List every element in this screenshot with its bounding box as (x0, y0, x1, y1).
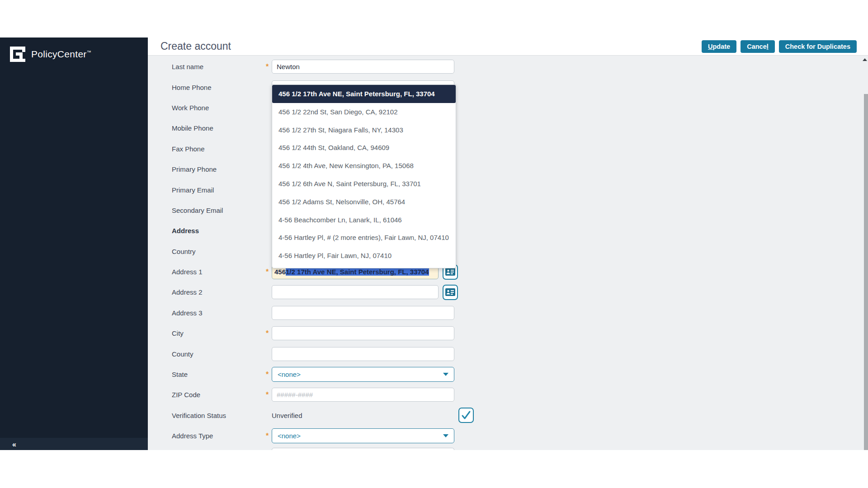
home-phone-label: Home Phone (148, 84, 266, 91)
form-row-county: County (148, 343, 868, 364)
mobile-phone-label: Mobile Phone (148, 124, 266, 132)
address-label: Address (148, 227, 266, 235)
next-field-partial (272, 448, 454, 450)
form-row-address-3: Address 3 (148, 303, 868, 323)
city-required-asterisk: * (266, 329, 272, 338)
address-suggestion[interactable]: 456 1/2 4th Ave, New Kensington, PA, 150… (272, 157, 456, 175)
form-row-home-phone: Home Phone (148, 77, 868, 97)
address-3-field[interactable] (272, 306, 454, 320)
app-window: PolicyCenter™ « Create account UpdateCan… (0, 38, 868, 450)
account-form: Last name*Home PhoneWork PhoneMobile Pho… (148, 56, 868, 446)
trademark: ™ (87, 50, 91, 55)
county-label: County (148, 350, 266, 358)
address-suggestions-dropdown: 456 1/2 17th Ave NE, Saint Petersburg, F… (272, 84, 456, 268)
cancel-button[interactable]: Cancel (741, 40, 775, 53)
city-label: City (148, 329, 266, 337)
form-row-primary-phone: Primary Phone (148, 159, 868, 179)
form-row-city: City* (148, 323, 868, 343)
secondary-email-label: Secondary Email (148, 206, 266, 214)
form-area: Last name*Home PhoneWork PhoneMobile Pho… (148, 56, 868, 450)
update-button[interactable]: Update (702, 40, 736, 53)
address-1-required-asterisk: * (266, 268, 272, 276)
page-header: Create account UpdateCancelCheck for Dup… (148, 38, 868, 56)
address-type-selected-value: <none> (278, 432, 301, 440)
address-suggestion[interactable]: 4-56 Hartley Pl, Fair Lawn, NJ, 07410 (272, 247, 456, 265)
address-3-label: Address 3 (148, 309, 266, 317)
state-required-asterisk: * (266, 371, 272, 379)
fax-phone-label: Fax Phone (148, 145, 266, 153)
address-type-label: Address Type (148, 432, 266, 440)
primary-phone-label: Primary Phone (148, 165, 266, 173)
address-suggestion[interactable]: 4-56 Hartley Pl, # (2 more entries), Fai… (272, 229, 456, 247)
address-suggestion[interactable]: 456 1/2 Adams St, Nelsonville, OH, 45764 (272, 193, 456, 211)
form-row-address-1: Address 1*456 1/2 17th Ave NE, Saint Pet… (148, 262, 868, 282)
form-row-work-phone: Work Phone (148, 98, 868, 118)
sidebar-footer (0, 438, 148, 450)
state-select[interactable]: <none> (272, 367, 454, 382)
verification-status-value-wrap: Unverified (272, 408, 454, 423)
country-label: Country (148, 248, 266, 255)
last-name-required-asterisk: * (266, 63, 272, 71)
form-row-zip-code: ZIP Code* (148, 385, 868, 405)
guidewire-logo-icon (10, 47, 25, 62)
sidebar: PolicyCenter™ « (0, 38, 148, 450)
form-row-address: Address (148, 221, 868, 241)
page-title: Create account (160, 40, 231, 52)
scrollbar-up-arrow-icon[interactable] (863, 58, 867, 61)
verification-status-value: Unverified (272, 412, 302, 419)
form-row-country: Country (148, 241, 868, 262)
work-phone-label: Work Phone (148, 104, 266, 112)
form-row-secondary-email: Secondary Email (148, 200, 868, 221)
form-row-state: State*<none> (148, 364, 868, 385)
address1-typed-text: 456 (274, 268, 286, 276)
form-row-verification-status: Verification StatusUnverified (148, 405, 868, 426)
header-buttons: UpdateCancelCheck for Duplicates (702, 40, 857, 53)
address-type-select[interactable]: <none> (272, 428, 454, 443)
verification-status-label: Verification Status (148, 412, 266, 419)
state-label: State (148, 371, 266, 378)
address-type-required-asterisk: * (266, 432, 272, 440)
form-row-last-name: Last name* (148, 56, 868, 77)
sidebar-collapse-button[interactable]: « (12, 441, 16, 449)
product-name: PolicyCenter™ (31, 49, 91, 60)
address-suggestion[interactable]: 456 1/2 6th Ave N, Saint Petersburg, FL,… (272, 175, 456, 193)
chevron-down-icon (443, 434, 448, 437)
verify-check-icon[interactable] (458, 408, 474, 423)
form-row-address-2: Address 2 (148, 282, 868, 302)
primary-email-label: Primary Email (148, 186, 266, 194)
zip-code-label: ZIP Code (148, 391, 266, 399)
check-for-duplicates-button[interactable]: Check for Duplicates (779, 40, 857, 53)
address1-selected-text: 1/2 17th Ave NE, Saint Petersburg, FL, 3… (286, 268, 429, 276)
address-suggestion[interactable]: 456 1/2 27th St, Niagara Falls, NY, 1430… (272, 121, 456, 139)
county-field[interactable] (272, 347, 454, 361)
chevron-down-icon (443, 373, 448, 376)
form-row-mobile-phone: Mobile Phone (148, 118, 868, 138)
app-logo: PolicyCenter™ (10, 47, 91, 62)
vertical-scrollbar[interactable] (864, 94, 868, 450)
address-suggestion[interactable]: 456 1/2 22nd St, San Diego, CA, 92102 (272, 103, 456, 121)
last-name-field[interactable] (272, 60, 454, 74)
state-selected-value: <none> (278, 371, 301, 378)
zip-code-field[interactable] (272, 388, 454, 402)
address-2-label: Address 2 (148, 288, 266, 296)
address-suggestion[interactable]: 4-56 Beachcomber Ln, Lanark, IL, 61046 (272, 211, 456, 229)
address-suggestion[interactable]: 456 1/2 44th St, Oakland, CA, 94609 (272, 139, 456, 157)
address-2-field[interactable] (272, 285, 439, 299)
zip-code-required-asterisk: * (266, 391, 272, 399)
address-suggestion[interactable]: 456 1/2 17th Ave NE, Saint Petersburg, F… (272, 85, 456, 103)
address-1-label: Address 1 (148, 268, 266, 276)
last-name-label: Last name (148, 63, 266, 70)
form-row-address-type: Address Type*<none> (148, 426, 868, 446)
address-2-contact-card-icon[interactable] (443, 285, 458, 300)
city-field[interactable] (272, 326, 454, 340)
form-row-fax-phone: Fax Phone (148, 139, 868, 159)
form-row-primary-email: Primary Email (148, 179, 868, 200)
